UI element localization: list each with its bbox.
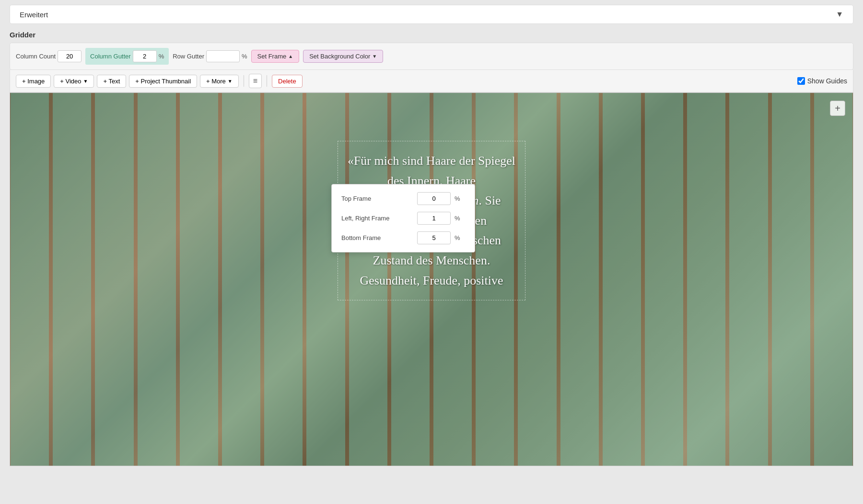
add-text-button[interactable]: + Text [97, 75, 126, 88]
column-gutter-input[interactable] [133, 50, 157, 62]
show-guides-group[interactable]: Show Guides [797, 77, 847, 85]
left-right-frame-label: Left, Right Frame [341, 215, 413, 222]
add-more-arrow: ▼ [228, 79, 233, 84]
left-right-frame-input[interactable] [417, 212, 451, 225]
add-image-label: + Image [22, 78, 45, 85]
row-gutter-label: Row Gutter [173, 53, 204, 60]
gridder-title: Gridder [10, 31, 853, 39]
add-project-thumbnail-label: + Project Thumbnail [135, 78, 191, 85]
delete-label: Delete [278, 78, 296, 85]
row-gutter-percent: % [242, 53, 247, 60]
top-frame-percent: % [455, 195, 460, 202]
left-right-frame-row: Left, Right Frame % [341, 212, 465, 225]
set-frame-button[interactable]: Set Frame ▲ [251, 50, 300, 63]
add-more-button[interactable]: + More ▼ [200, 75, 239, 88]
top-frame-label: Top Frame [341, 195, 413, 202]
quote-overlay: «Für mich sind Haare der Spiegel des Inn… [10, 93, 853, 466]
top-frame-row: Top Frame % [341, 192, 465, 205]
show-guides-checkbox[interactable] [797, 77, 805, 85]
add-video-label: + Video [60, 78, 81, 85]
set-background-color-label: Set Background Color [309, 53, 370, 60]
toolbar-divider-1 [244, 75, 244, 87]
quote-line-3-post: . Sie [478, 194, 501, 207]
quote-line-6: Zustand des Menschen. [373, 253, 490, 267]
bottom-frame-percent: % [455, 234, 460, 241]
set-frame-label: Set Frame [257, 53, 287, 60]
align-icon-button[interactable]: ≡ [249, 74, 262, 88]
row-gutter-group: Row Gutter % [173, 50, 247, 62]
set-frame-arrow: ▲ [288, 54, 293, 59]
bottom-frame-label: Bottom Frame [341, 234, 413, 241]
add-video-arrow: ▼ [83, 79, 88, 84]
controls-bar: Column Count Column Gutter % Row Gutter … [10, 43, 853, 70]
add-project-thumbnail-button[interactable]: + Project Thumbnail [129, 75, 197, 88]
left-right-frame-percent: % [455, 215, 460, 222]
column-gutter-group: Column Gutter % [85, 48, 169, 65]
show-guides-label[interactable]: Show Guides [807, 77, 847, 85]
add-image-button[interactable]: + Image [16, 75, 51, 88]
canvas-area: «Für mich sind Haare der Spiegel des Inn… [10, 92, 853, 466]
canvas-plus-button[interactable]: + [830, 101, 845, 116]
add-more-label: + More [206, 78, 226, 85]
add-text-label: + Text [103, 78, 120, 85]
erweitert-section: Erweitert ▼ [10, 5, 853, 24]
column-count-input[interactable] [58, 50, 82, 62]
toolbar-divider-2 [267, 75, 267, 87]
quote-line-7: Gesundheit, Freude, positive [360, 274, 503, 287]
align-icon: ≡ [253, 77, 257, 85]
row-gutter-input[interactable] [206, 50, 240, 62]
bottom-frame-row: Bottom Frame % [341, 231, 465, 244]
erweitert-chevron[interactable]: ▼ [836, 10, 843, 19]
column-count-label: Column Count [16, 53, 56, 60]
column-gutter-percent: % [159, 53, 164, 60]
quote-line-1: «Für mich sind Haare der Spiegel [348, 154, 515, 168]
erweitert-label: Erweitert [20, 11, 48, 19]
toolbar-row: + Image + Video ▼ + Text + Project Thumb… [10, 70, 853, 92]
set-frame-dropdown: Top Frame % Left, Right Frame % Bottom F… [331, 184, 475, 252]
delete-button[interactable]: Delete [272, 75, 303, 88]
bottom-frame-input[interactable] [417, 231, 451, 244]
set-background-color-arrow: ▼ [372, 54, 377, 59]
top-frame-input[interactable] [417, 192, 451, 205]
plus-icon: + [835, 103, 840, 113]
add-video-button[interactable]: + Video ▼ [54, 75, 94, 88]
set-background-color-button[interactable]: Set Background Color ▼ [303, 50, 383, 63]
column-gutter-label: Column Gutter [90, 53, 131, 60]
column-count-group: Column Count [16, 50, 82, 62]
